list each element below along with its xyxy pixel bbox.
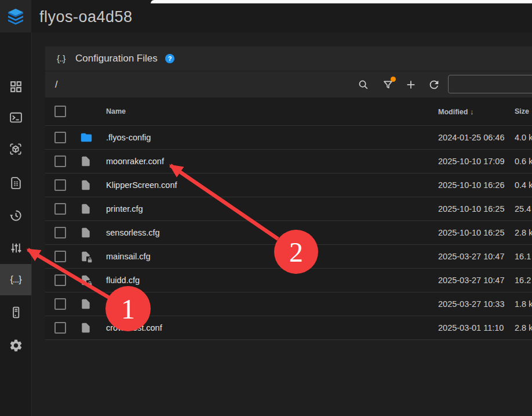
search-field-wrap [448,75,532,95]
file-size: 16.2 [515,276,531,285]
file-name: .flyos-config [106,133,151,142]
file-modified: 2025-03-27 10:33 [438,299,505,309]
table-row[interactable]: moonraker.conf 2025-10-10 17:09 0.6 k [45,149,532,173]
file-name: mainsail.cfg [106,252,151,261]
file-modified: 2025-10-10 16:25 [438,204,505,214]
file-modified: 2025-03-27 10:47 [438,276,505,285]
file-modified: 2025-10-10 16:26 [438,180,505,190]
file-icon [80,321,92,334]
file-name: fluidd.cfg [106,276,140,285]
file-name: printer.cfg [106,204,143,214]
file-modified: 2024-01-25 06:46 [438,133,505,142]
help-icon[interactable]: ? [165,54,174,63]
browser-chrome-sliver [151,0,532,3]
table-row[interactable]: mainsail.cfg 2025-03-27 10:47 16.1 [45,244,532,268]
table-bottom-border [45,339,532,340]
config-files-panel: {..} Configuration Files ? / [45,46,532,334]
panel-header: {..} Configuration Files ? [45,46,532,71]
file-size: 16.1 [515,252,531,261]
file-size: 25.4 [515,204,531,214]
file-name: KlipperScreen.conf [106,180,177,190]
file-name: sensorless.cfg [106,228,160,237]
lock-icon [86,280,93,287]
file-size: 0.6 k [515,157,532,166]
printer-name-title: flyos-oa4d58 [39,0,133,32]
filter-active-badge [391,77,396,82]
file-size: 2.8 k [515,323,532,332]
file-modified: 2025-10-10 17:09 [438,157,505,166]
row-checkbox[interactable] [54,179,66,191]
column-header-name[interactable]: Name [106,107,126,115]
tune-icon [9,241,23,255]
file-table: Name Modified ↓ Size .flyos-config 2024-… [45,97,532,340]
table-header-row: Name Modified ↓ Size [45,97,532,125]
file-toolbar: / [45,71,532,98]
sidebar-item-jobs[interactable] [0,167,31,198]
column-header-size[interactable]: Size [515,107,529,115]
file-name: crowsnest.conf [106,323,162,332]
sidebar-item-console[interactable] [0,102,31,133]
sidebar-item-config-files[interactable]: {...} [0,264,31,295]
search-input[interactable] [448,75,532,93]
select-all-checkbox[interactable] [54,106,66,117]
row-checkbox[interactable] [54,227,66,238]
table-row[interactable]: 2025-03-27 10:33 1.8 k [45,292,532,316]
braces-icon: {...} [10,274,21,285]
server-icon [9,305,23,320]
refresh-icon [428,78,440,91]
row-checkbox[interactable] [54,322,66,334]
file-icon [80,155,92,168]
sidebar-item-settings[interactable] [0,330,31,361]
table-row[interactable]: sensorless.cfg 2025-10-10 16:25 2.8 k [45,220,532,244]
folder-icon [80,131,93,144]
file-size: 2.8 k [515,228,532,237]
filter-button[interactable] [381,78,395,92]
table-row[interactable]: fluidd.cfg 2025-03-27 10:47 16.2 [45,268,532,292]
row-checkbox[interactable] [54,298,66,310]
file-modified: 2025-03-27 10:47 [438,252,505,261]
sidebar-item-tune[interactable] [0,232,31,263]
row-checkbox[interactable] [54,155,66,167]
table-row[interactable]: printer.cfg 2025-10-10 16:25 25.4 [45,197,532,220]
sidebar: {...} [0,32,32,416]
row-checkbox[interactable] [54,203,66,215]
column-header-modified[interactable]: Modified ↓ [438,107,473,116]
file-modified: 2025-10-10 16:25 [438,228,505,237]
table-row[interactable]: .flyos-config 2024-01-25 06:46 4.0 k [45,125,532,149]
add-file-button[interactable] [404,78,418,92]
file-size: 0.4 k [515,180,532,190]
history-icon [8,208,23,223]
cube-scan-icon [8,142,23,157]
topbar: flyos-oa4d58 [0,0,532,32]
row-checkbox[interactable] [54,274,66,286]
sidebar-item-dashboard[interactable] [0,71,31,102]
search-icon [357,78,370,91]
row-checkbox[interactable] [54,132,66,143]
table-row[interactable]: crowsnest.conf 2025-03-01 11:10 2.8 k [45,316,532,339]
row-checkbox[interactable] [54,251,66,262]
file-icon [80,179,92,191]
lock-icon [86,256,93,263]
gear-icon [9,338,23,353]
sort-desc-icon: ↓ [470,107,474,116]
file-modified: 2025-03-01 11:10 [438,323,504,332]
console-icon [9,110,23,125]
sidebar-item-machine[interactable] [0,296,31,328]
sidebar-item-history[interactable] [0,200,31,231]
dashboard-icon [9,79,23,94]
file-icon [80,226,92,239]
braces-icon: {..} [57,46,65,71]
file-table-icon [9,176,23,190]
file-size: 1.8 k [515,299,532,309]
table-row[interactable]: KlipperScreen.conf 2025-10-10 16:26 0.4 … [45,173,532,197]
file-name: moonraker.conf [106,157,164,166]
sidebar-item-gcode-viewer[interactable] [0,133,31,165]
app-logo[interactable] [0,0,31,32]
file-icon [80,298,92,310]
plus-icon [405,78,417,91]
search-button[interactable] [356,78,370,92]
breadcrumb-path: / [55,71,57,98]
refresh-button[interactable] [427,78,441,92]
layers-logo-icon [6,7,25,26]
file-icon [80,202,92,215]
